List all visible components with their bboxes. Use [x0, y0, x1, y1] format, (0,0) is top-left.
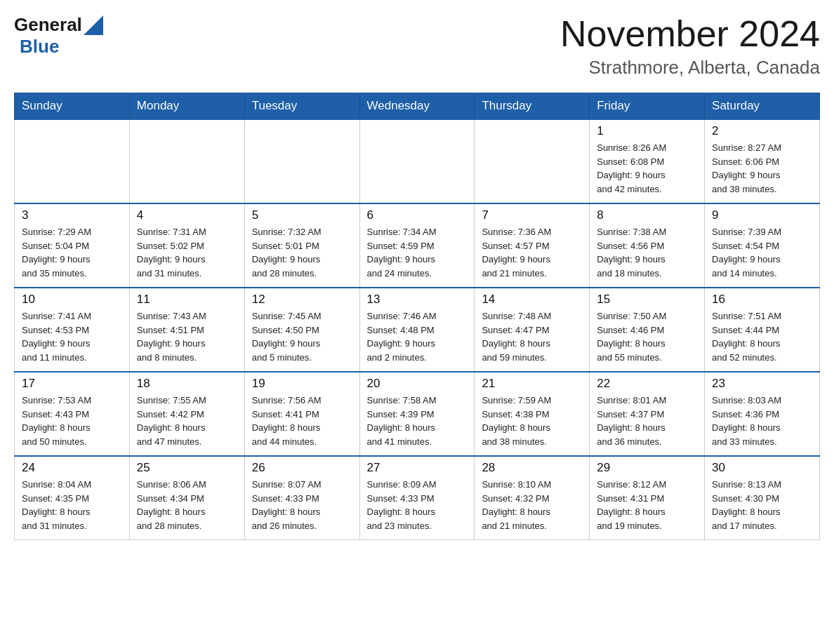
day-number: 23: [712, 377, 812, 391]
day-info: Sunrise: 7:59 AM Sunset: 4:38 PM Dayligh…: [482, 394, 582, 448]
calendar-cell: 17Sunrise: 7:53 AM Sunset: 4:43 PM Dayli…: [15, 372, 130, 456]
day-of-week-header: Sunday: [15, 93, 130, 120]
calendar-week-row: 24Sunrise: 8:04 AM Sunset: 4:35 PM Dayli…: [15, 456, 820, 540]
day-of-week-header: Wednesday: [359, 93, 475, 120]
location-title: Strathmore, Alberta, Canada: [560, 57, 820, 79]
calendar-cell: 21Sunrise: 7:59 AM Sunset: 4:38 PM Dayli…: [475, 372, 590, 456]
calendar-week-row: 17Sunrise: 7:53 AM Sunset: 4:43 PM Dayli…: [15, 372, 820, 456]
day-info: Sunrise: 7:32 AM Sunset: 5:01 PM Dayligh…: [252, 225, 352, 280]
day-info: Sunrise: 7:41 AM Sunset: 4:53 PM Dayligh…: [22, 309, 122, 364]
logo-area: General Blue: [14, 14, 105, 58]
logo-triangle-icon: [84, 15, 103, 35]
day-number: 13: [367, 293, 468, 307]
calendar-cell: 10Sunrise: 7:41 AM Sunset: 4:53 PM Dayli…: [15, 288, 130, 372]
calendar-header-row: SundayMondayTuesdayWednesdayThursdayFrid…: [15, 93, 820, 120]
calendar-cell: 18Sunrise: 7:55 AM Sunset: 4:42 PM Dayli…: [129, 372, 244, 456]
calendar-cell: [15, 119, 130, 203]
day-of-week-header: Monday: [129, 93, 244, 120]
day-number: 19: [252, 377, 352, 391]
day-number: 21: [482, 377, 582, 391]
day-number: 5: [252, 208, 352, 222]
calendar-week-row: 1Sunrise: 8:26 AM Sunset: 6:08 PM Daylig…: [15, 119, 820, 203]
day-info: Sunrise: 7:48 AM Sunset: 4:47 PM Dayligh…: [482, 309, 582, 364]
logo-blue-text: Blue: [20, 36, 59, 57]
day-info: Sunrise: 7:50 AM Sunset: 4:46 PM Dayligh…: [597, 309, 697, 364]
month-title: November 2024: [560, 14, 820, 54]
day-info: Sunrise: 8:10 AM Sunset: 4:32 PM Dayligh…: [482, 478, 582, 532]
day-info: Sunrise: 7:31 AM Sunset: 5:02 PM Dayligh…: [137, 225, 237, 280]
day-number: 3: [22, 208, 122, 222]
day-number: 26: [252, 461, 352, 475]
day-number: 1: [597, 124, 697, 138]
day-info: Sunrise: 8:27 AM Sunset: 6:06 PM Dayligh…: [712, 141, 812, 196]
day-info: Sunrise: 8:07 AM Sunset: 4:33 PM Dayligh…: [252, 478, 352, 532]
calendar-cell: 23Sunrise: 8:03 AM Sunset: 4:36 PM Dayli…: [705, 372, 820, 456]
calendar-cell: 13Sunrise: 7:46 AM Sunset: 4:48 PM Dayli…: [359, 288, 475, 372]
calendar-cell: 25Sunrise: 8:06 AM Sunset: 4:34 PM Dayli…: [129, 456, 244, 540]
day-info: Sunrise: 8:13 AM Sunset: 4:30 PM Dayligh…: [712, 478, 812, 532]
day-info: Sunrise: 8:04 AM Sunset: 4:35 PM Dayligh…: [22, 478, 122, 532]
day-number: 6: [367, 208, 468, 222]
day-number: 30: [712, 461, 812, 475]
day-number: 20: [367, 377, 468, 391]
calendar-cell: 1Sunrise: 8:26 AM Sunset: 6:08 PM Daylig…: [590, 119, 705, 203]
day-info: Sunrise: 8:01 AM Sunset: 4:37 PM Dayligh…: [597, 394, 697, 448]
calendar-cell: [475, 119, 590, 203]
day-number: 18: [137, 377, 237, 391]
day-info: Sunrise: 7:39 AM Sunset: 4:54 PM Dayligh…: [712, 225, 812, 280]
calendar-cell: 5Sunrise: 7:32 AM Sunset: 5:01 PM Daylig…: [244, 203, 359, 288]
day-info: Sunrise: 7:53 AM Sunset: 4:43 PM Dayligh…: [22, 394, 122, 448]
calendar-cell: 15Sunrise: 7:50 AM Sunset: 4:46 PM Dayli…: [590, 288, 705, 372]
calendar-cell: 27Sunrise: 8:09 AM Sunset: 4:33 PM Dayli…: [359, 456, 475, 540]
calendar-week-row: 10Sunrise: 7:41 AM Sunset: 4:53 PM Dayli…: [15, 288, 820, 372]
day-info: Sunrise: 7:51 AM Sunset: 4:44 PM Dayligh…: [712, 309, 812, 364]
calendar-cell: 4Sunrise: 7:31 AM Sunset: 5:02 PM Daylig…: [129, 203, 244, 288]
day-number: 22: [597, 377, 697, 391]
day-number: 14: [482, 293, 582, 307]
calendar-cell: 7Sunrise: 7:36 AM Sunset: 4:57 PM Daylig…: [475, 203, 590, 288]
day-info: Sunrise: 8:26 AM Sunset: 6:08 PM Dayligh…: [597, 141, 697, 196]
day-info: Sunrise: 8:03 AM Sunset: 4:36 PM Dayligh…: [712, 394, 812, 448]
day-info: Sunrise: 7:36 AM Sunset: 4:57 PM Dayligh…: [482, 225, 582, 280]
day-number: 7: [482, 208, 582, 222]
day-info: Sunrise: 7:45 AM Sunset: 4:50 PM Dayligh…: [252, 309, 352, 364]
day-number: 28: [482, 461, 582, 475]
calendar-cell: 26Sunrise: 8:07 AM Sunset: 4:33 PM Dayli…: [244, 456, 359, 540]
calendar-cell: 19Sunrise: 7:56 AM Sunset: 4:41 PM Dayli…: [244, 372, 359, 456]
day-info: Sunrise: 7:29 AM Sunset: 5:04 PM Dayligh…: [22, 225, 122, 280]
calendar-cell: 6Sunrise: 7:34 AM Sunset: 4:59 PM Daylig…: [359, 203, 475, 288]
day-number: 9: [712, 208, 812, 222]
calendar-cell: 9Sunrise: 7:39 AM Sunset: 4:54 PM Daylig…: [705, 203, 820, 288]
calendar-cell: 11Sunrise: 7:43 AM Sunset: 4:51 PM Dayli…: [129, 288, 244, 372]
page-header: General Blue November 2024 Strathmore, A…: [14, 14, 820, 79]
day-info: Sunrise: 7:58 AM Sunset: 4:39 PM Dayligh…: [367, 394, 468, 448]
logo-general-text: General: [14, 14, 82, 36]
day-number: 15: [597, 293, 697, 307]
logo: General: [14, 14, 105, 36]
calendar-cell: 24Sunrise: 8:04 AM Sunset: 4:35 PM Dayli…: [15, 456, 130, 540]
calendar-table: SundayMondayTuesdayWednesdayThursdayFrid…: [14, 93, 820, 540]
day-info: Sunrise: 7:38 AM Sunset: 4:56 PM Dayligh…: [597, 225, 697, 280]
calendar-cell: 29Sunrise: 8:12 AM Sunset: 4:31 PM Dayli…: [590, 456, 705, 540]
calendar-cell: 28Sunrise: 8:10 AM Sunset: 4:32 PM Dayli…: [475, 456, 590, 540]
day-number: 10: [22, 293, 122, 307]
day-info: Sunrise: 7:43 AM Sunset: 4:51 PM Dayligh…: [137, 309, 237, 364]
day-of-week-header: Friday: [590, 93, 705, 120]
calendar-cell: [244, 119, 359, 203]
title-area: November 2024 Strathmore, Alberta, Canad…: [560, 14, 820, 79]
day-number: 25: [137, 461, 237, 475]
day-info: Sunrise: 8:06 AM Sunset: 4:34 PM Dayligh…: [137, 478, 237, 532]
day-info: Sunrise: 7:55 AM Sunset: 4:42 PM Dayligh…: [137, 394, 237, 448]
calendar-cell: 3Sunrise: 7:29 AM Sunset: 5:04 PM Daylig…: [15, 203, 130, 288]
calendar-cell: 30Sunrise: 8:13 AM Sunset: 4:30 PM Dayli…: [705, 456, 820, 540]
day-info: Sunrise: 8:12 AM Sunset: 4:31 PM Dayligh…: [597, 478, 697, 532]
calendar-cell: 16Sunrise: 7:51 AM Sunset: 4:44 PM Dayli…: [705, 288, 820, 372]
calendar-cell: [359, 119, 475, 203]
svg-marker-0: [84, 15, 103, 35]
calendar-cell: 8Sunrise: 7:38 AM Sunset: 4:56 PM Daylig…: [590, 203, 705, 288]
day-number: 17: [22, 377, 122, 391]
calendar-cell: 12Sunrise: 7:45 AM Sunset: 4:50 PM Dayli…: [244, 288, 359, 372]
calendar-week-row: 3Sunrise: 7:29 AM Sunset: 5:04 PM Daylig…: [15, 203, 820, 288]
calendar-cell: 22Sunrise: 8:01 AM Sunset: 4:37 PM Dayli…: [590, 372, 705, 456]
day-number: 8: [597, 208, 697, 222]
